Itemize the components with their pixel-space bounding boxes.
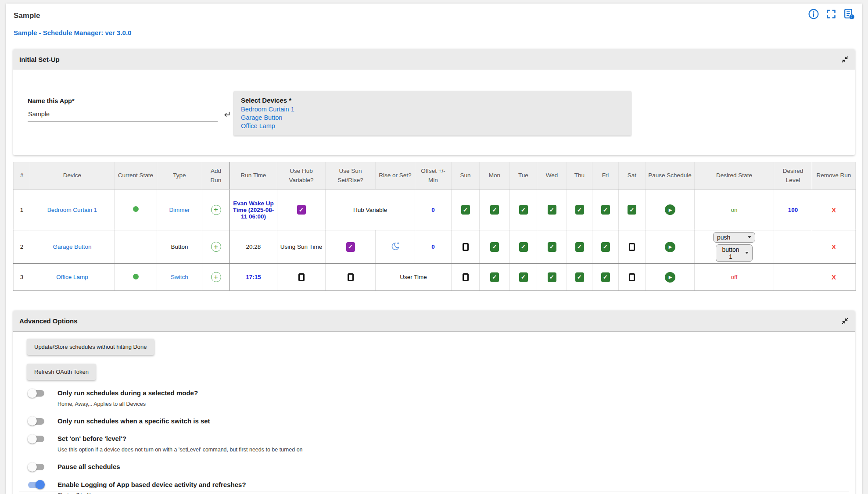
- toggle-label: Enable Logging of App based device activ…: [57, 481, 246, 488]
- col-thu: Thu: [567, 162, 592, 190]
- col-use-sun: Use Sun Set/Rise?: [326, 162, 376, 190]
- select-devices-box: Select Devices * Bedroom Curtain 1 Garag…: [234, 91, 631, 136]
- day-wed-checkbox[interactable]: ✓: [548, 272, 556, 282]
- use-sun-checkbox[interactable]: ✓: [346, 242, 355, 252]
- app-manager-link[interactable]: Sample - Schedule Manager: ver 3.0.0: [14, 29, 131, 36]
- day-sun-checkbox[interactable]: ✓: [461, 205, 470, 215]
- desired-state-value[interactable]: off: [731, 274, 738, 280]
- toggle-row-on-before-level: Set 'on' before 'level'? Use this option…: [28, 434, 855, 453]
- day-sat-checkbox[interactable]: ✓: [629, 243, 635, 251]
- device-link[interactable]: Garage Button: [53, 243, 92, 250]
- enter-icon: [222, 110, 232, 121]
- add-run-icon[interactable]: +: [211, 272, 221, 282]
- col-current-state: Current State: [115, 162, 157, 190]
- remove-x-icon[interactable]: X: [832, 273, 836, 281]
- day-mon-checkbox[interactable]: ✓: [490, 242, 499, 252]
- specific-switch-toggle[interactable]: [28, 418, 44, 425]
- bottom-divider: [19, 491, 849, 491]
- toggle-row-pause-all: Pause all schedules: [28, 462, 855, 471]
- use-hub-variable-checkbox[interactable]: ✓: [298, 273, 305, 281]
- run-time-link[interactable]: 17:15: [246, 274, 261, 280]
- run-time-link[interactable]: Evan Wake Up Time (2025-08-11 06:00): [233, 200, 274, 220]
- device-link-garage-button[interactable]: Garage Button: [241, 114, 624, 121]
- toggle-subtext: Use this option if a device does not tur…: [57, 446, 303, 453]
- play-icon[interactable]: ▶: [665, 242, 675, 252]
- day-sat-checkbox[interactable]: ✓: [628, 205, 636, 215]
- play-icon[interactable]: ▶: [665, 272, 675, 283]
- collapse-icon[interactable]: [841, 317, 849, 325]
- day-mon-checkbox[interactable]: ✓: [490, 205, 499, 215]
- offset-value[interactable]: 0: [431, 243, 435, 250]
- device-link-office-lamp[interactable]: Office Lamp: [241, 122, 624, 129]
- add-run-icon[interactable]: +: [211, 205, 221, 215]
- update-store-button[interactable]: Update/Store schedules without hitting D…: [27, 339, 154, 355]
- advanced-options-section: Advanced Options Update/Store schedules …: [13, 311, 855, 494]
- selected-mode-toggle[interactable]: [28, 390, 44, 397]
- col-tue: Tue: [510, 162, 537, 190]
- sunset-moon-icon[interactable]: [390, 241, 400, 251]
- day-thu-checkbox[interactable]: ✓: [575, 205, 584, 215]
- collapse-icon[interactable]: [841, 56, 849, 63]
- device-link[interactable]: Bedroom Curtain 1: [47, 207, 97, 213]
- col-remove-run: Remove Run: [812, 162, 856, 190]
- refresh-oauth-button[interactable]: Refresh OAuth Token: [27, 364, 96, 380]
- name-app-label: Name this App*: [28, 97, 75, 104]
- type-text: Button: [171, 243, 188, 250]
- remove-x-icon[interactable]: X: [832, 243, 836, 251]
- using-sun-time-text: Using Sun Time: [280, 243, 322, 250]
- col-wed: Wed: [537, 162, 567, 190]
- col-rise-or-set: Rise or Set?: [376, 162, 415, 190]
- day-mon-checkbox[interactable]: ✓: [490, 272, 499, 282]
- toggle-label: Set 'on' before 'level'?: [57, 435, 126, 442]
- name-app-input[interactable]: Sample: [28, 109, 218, 122]
- desired-state-select[interactable]: push: [713, 232, 755, 243]
- day-thu-checkbox[interactable]: ✓: [575, 272, 584, 282]
- day-tue-checkbox[interactable]: ✓: [519, 205, 528, 215]
- device-link[interactable]: Office Lamp: [56, 274, 88, 280]
- initial-setup-section: Initial Set-Up Name this App* Sample Sel…: [13, 49, 855, 155]
- app-log-icon[interactable]: [843, 8, 855, 20]
- type-link[interactable]: Switch: [171, 274, 188, 280]
- pause-all-toggle[interactable]: [28, 464, 44, 470]
- device-link-bedroom-curtain[interactable]: Bedroom Curtain 1: [241, 106, 624, 113]
- initial-setup-body: Name this App* Sample Select Devices * B…: [13, 70, 855, 155]
- table-row: 2 Garage Button Button + 20:28 Using Sun…: [14, 230, 856, 264]
- col-fri: Fri: [592, 162, 619, 190]
- button-number-select[interactable]: button 1: [716, 244, 753, 262]
- toggle-row-selected-mode: Only run schedules during a selected mod…: [28, 389, 855, 408]
- col-device: Device: [30, 162, 115, 190]
- add-run-icon[interactable]: +: [211, 242, 221, 252]
- use-hub-variable-checkbox[interactable]: ✓: [297, 205, 306, 215]
- day-sat-checkbox[interactable]: ✓: [629, 273, 635, 281]
- select-caret-icon: [748, 236, 751, 238]
- desired-state-value[interactable]: on: [731, 207, 737, 213]
- col-use-hub-variable: Use Hub Variable?: [277, 162, 326, 190]
- enable-logging-toggle[interactable]: [28, 482, 44, 488]
- desired-level-value[interactable]: 100: [788, 207, 798, 213]
- hub-variable-text: Hub Variable: [353, 207, 387, 213]
- day-wed-checkbox[interactable]: ✓: [548, 205, 556, 215]
- type-link[interactable]: Dimmer: [169, 207, 190, 213]
- advanced-options-title: Advanced Options: [19, 317, 78, 325]
- info-icon[interactable]: [808, 8, 819, 20]
- day-fri-checkbox[interactable]: ✓: [601, 205, 610, 215]
- day-thu-checkbox[interactable]: ✓: [575, 242, 584, 252]
- fullscreen-icon[interactable]: [826, 9, 836, 19]
- play-icon[interactable]: ▶: [665, 204, 675, 215]
- day-wed-checkbox[interactable]: ✓: [548, 242, 556, 252]
- state-dot-icon: [133, 274, 139, 279]
- day-sun-checkbox[interactable]: ✓: [463, 243, 469, 251]
- schedule-table: # Device Current State Type Add Run Run …: [13, 162, 856, 291]
- remove-x-icon[interactable]: X: [832, 206, 836, 214]
- day-fri-checkbox[interactable]: ✓: [601, 242, 610, 252]
- day-tue-checkbox[interactable]: ✓: [519, 272, 528, 282]
- day-sun-checkbox[interactable]: ✓: [463, 273, 469, 281]
- on-before-level-toggle[interactable]: [28, 436, 44, 442]
- run-time-value[interactable]: 20:28: [246, 243, 261, 250]
- col-desired-state: Desired State: [695, 162, 774, 190]
- use-sun-checkbox[interactable]: ✓: [348, 273, 354, 281]
- offset-value[interactable]: 0: [431, 207, 435, 213]
- toggle-label: Only run schedules when a specific switc…: [57, 417, 210, 425]
- day-tue-checkbox[interactable]: ✓: [519, 242, 528, 252]
- day-fri-checkbox[interactable]: ✓: [601, 272, 610, 282]
